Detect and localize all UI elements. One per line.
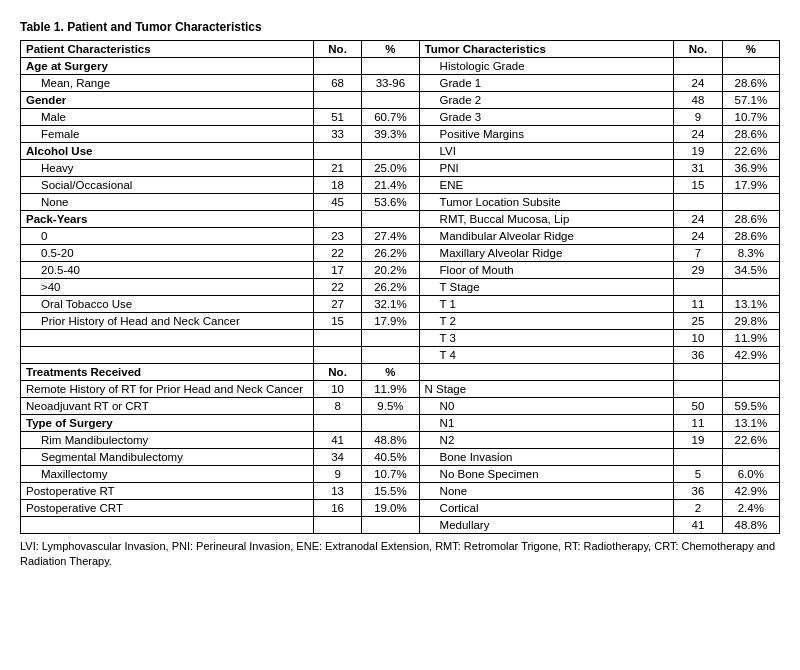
table-cell: 48.8% [722, 517, 779, 534]
table-row: Male5160.7%Grade 3910.7% [21, 109, 780, 126]
table-cell: 22.6% [722, 143, 779, 160]
table-cell [722, 194, 779, 211]
table-cell: T 1 [419, 296, 674, 313]
table-cell: 26.2% [362, 245, 419, 262]
table-cell: 2.4% [722, 500, 779, 517]
table-cell: Tumor Location Subsite [419, 194, 674, 211]
table-cell: 9 [313, 466, 361, 483]
table-cell [362, 330, 419, 347]
table-cell: Mandibular Alveolar Ridge [419, 228, 674, 245]
table-cell: Rim Mandibulectomy [21, 432, 314, 449]
table-cell: 11.9% [722, 330, 779, 347]
table-cell: 20.2% [362, 262, 419, 279]
table-cell: 48.8% [362, 432, 419, 449]
table-row: 20.5-401720.2%Floor of Mouth2934.5% [21, 262, 780, 279]
table-row: Mean, Range6833-96Grade 12428.6% [21, 75, 780, 92]
table-cell [313, 415, 361, 432]
table-cell [674, 279, 722, 296]
table-cell: 13 [313, 483, 361, 500]
table-cell: 19 [674, 143, 722, 160]
table-cell: 11 [674, 415, 722, 432]
table-cell [362, 517, 419, 534]
table-cell: ENE [419, 177, 674, 194]
tpct-header: % [722, 41, 779, 58]
table-row: Heavy2125.0%PNI3136.9% [21, 160, 780, 177]
table-cell: 24 [674, 211, 722, 228]
table-cell: 15 [674, 177, 722, 194]
table-cell: 39.3% [362, 126, 419, 143]
table-cell: 15 [313, 313, 361, 330]
table-cell: Age at Surgery [21, 58, 314, 75]
table-cell: 7 [674, 245, 722, 262]
table-cell: No Bone Specimen [419, 466, 674, 483]
tumor-header: Tumor Characteristics [419, 41, 674, 58]
table-cell [362, 143, 419, 160]
table-cell [313, 330, 361, 347]
table-cell: No. [313, 364, 361, 381]
table-row: Female3339.3%Positive Margins2428.6% [21, 126, 780, 143]
table-cell: None [21, 194, 314, 211]
table-cell: 21.4% [362, 177, 419, 194]
table-row: Segmental Mandibulectomy3440.5%Bone Inva… [21, 449, 780, 466]
table-cell: 24 [674, 75, 722, 92]
table-cell: T 3 [419, 330, 674, 347]
table-cell: 48 [674, 92, 722, 109]
table-cell [722, 449, 779, 466]
table-cell: 2 [674, 500, 722, 517]
table-cell: Pack-Years [21, 211, 314, 228]
main-table: Patient Characteristics No. % Tumor Char… [20, 40, 780, 534]
table-cell [674, 194, 722, 211]
table-cell: 28.6% [722, 228, 779, 245]
table-cell: 21 [313, 160, 361, 177]
table-cell: 15.5% [362, 483, 419, 500]
table-cell [674, 364, 722, 381]
table-cell: 19.0% [362, 500, 419, 517]
table-cell: 28.6% [722, 211, 779, 228]
table-cell: Grade 1 [419, 75, 674, 92]
table-cell: Heavy [21, 160, 314, 177]
table-cell: Type of Surgery [21, 415, 314, 432]
table-cell: 33 [313, 126, 361, 143]
table-cell: 17.9% [362, 313, 419, 330]
table-row: Pack-YearsRMT, Buccal Mucosa, Lip2428.6% [21, 211, 780, 228]
table-cell: 34.5% [722, 262, 779, 279]
table-cell: 8 [313, 398, 361, 415]
table-cell: 22.6% [722, 432, 779, 449]
table-cell: 28.6% [722, 126, 779, 143]
table-cell [313, 58, 361, 75]
table-cell [313, 92, 361, 109]
table-cell: Grade 2 [419, 92, 674, 109]
table-cell: Postoperative RT [21, 483, 314, 500]
table-cell [313, 211, 361, 228]
table-row: Alcohol UseLVI1922.6% [21, 143, 780, 160]
table-row: Oral Tobacco Use2732.1%T 11113.1% [21, 296, 780, 313]
table-cell: Maxillectomy [21, 466, 314, 483]
table-cell [674, 449, 722, 466]
table-cell: 25.0% [362, 160, 419, 177]
table-cell: 9 [674, 109, 722, 126]
table-cell: % [362, 364, 419, 381]
table-cell: N0 [419, 398, 674, 415]
table-cell: Maxillary Alveolar Ridge [419, 245, 674, 262]
table-cell: Positive Margins [419, 126, 674, 143]
table-cell: None [419, 483, 674, 500]
table-cell: T 2 [419, 313, 674, 330]
table-cell: 10 [674, 330, 722, 347]
table-cell: Grade 3 [419, 109, 674, 126]
table-cell: 26.2% [362, 279, 419, 296]
table-cell: Social/Occasional [21, 177, 314, 194]
table-row: Remote History of RT for Prior Head and … [21, 381, 780, 398]
table-cell: 19 [674, 432, 722, 449]
table-cell: 16 [313, 500, 361, 517]
table-row: 02327.4%Mandibular Alveolar Ridge2428.6% [21, 228, 780, 245]
table-cell: 42.9% [722, 347, 779, 364]
table-cell: 11 [674, 296, 722, 313]
table-cell [313, 517, 361, 534]
table-cell [313, 143, 361, 160]
table-header: Patient Characteristics No. % Tumor Char… [21, 41, 780, 58]
table-cell: 25 [674, 313, 722, 330]
table-cell: 36 [674, 483, 722, 500]
table-cell: 17 [313, 262, 361, 279]
table-cell: Female [21, 126, 314, 143]
table-cell: Histologic Grade [419, 58, 674, 75]
